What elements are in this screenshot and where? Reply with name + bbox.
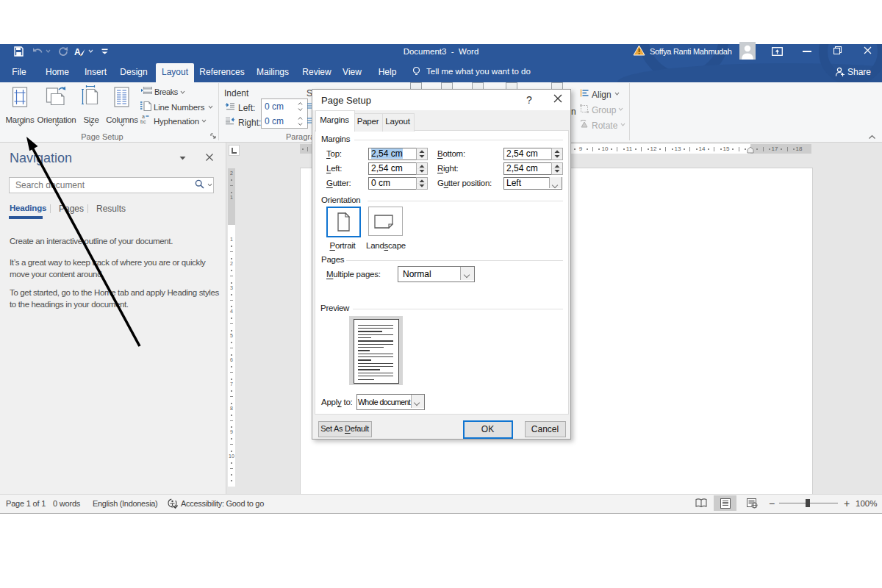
svg-text:bc: bc bbox=[140, 119, 146, 124]
svg-text:a: a bbox=[142, 114, 145, 119]
svg-text:A: A bbox=[74, 47, 81, 57]
